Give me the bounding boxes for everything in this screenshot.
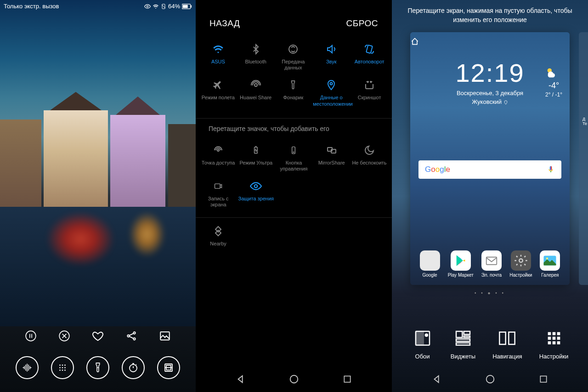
qs-tile-sound[interactable]: Звук (312, 39, 351, 74)
favorite-button[interactable] (91, 330, 104, 342)
svg-rect-70 (557, 332, 560, 335)
back-button[interactable]: НАЗАД (209, 18, 240, 28)
calculator-button[interactable] (51, 356, 74, 379)
svg-line-16 (130, 336, 134, 338)
svg-point-38 (330, 83, 333, 85)
nav-home-button[interactable] (288, 373, 300, 385)
voice-recorder-button[interactable] (16, 356, 39, 379)
qs-tile-dnd[interactable]: Не беспокоить (351, 140, 388, 176)
svg-rect-48 (215, 184, 220, 188)
option-label: Виджеты (451, 353, 475, 360)
qs-tile-huaweishare[interactable]: Huawei Share (237, 74, 275, 110)
svg-point-39 (368, 81, 368, 82)
option-settings[interactable]: Настройки (539, 327, 569, 360)
scanner-button[interactable] (157, 356, 180, 379)
wallpaper-reflection (0, 207, 196, 326)
qs-label: Не беспокоить (352, 160, 386, 166)
svg-point-55 (519, 259, 523, 262)
svg-rect-73 (557, 337, 560, 340)
svg-rect-51 (344, 376, 350, 382)
qs-tile-screenrecord[interactable]: Запись с экрана (199, 176, 237, 211)
battery-icon (182, 4, 192, 9)
svg-rect-78 (540, 376, 546, 382)
app-google-folder[interactable]: Google (420, 250, 440, 278)
app-settings[interactable]: Настройки (509, 250, 532, 278)
nav-recent-button[interactable] (537, 373, 549, 385)
lockscreen-actions-row (0, 330, 196, 342)
qs-tile-eyecomfort[interactable]: Защита зрения (237, 176, 275, 211)
battery-ultra-icon (249, 143, 263, 157)
option-transitions[interactable]: Навигация (492, 327, 522, 360)
transitions-icon (496, 327, 518, 349)
reset-button[interactable]: СБРОС (346, 18, 378, 28)
dnd-icon (362, 143, 376, 157)
pause-button[interactable] (24, 330, 37, 342)
qs-label: Фонарик (283, 95, 304, 101)
qs-label: Данные о местоположении (313, 95, 350, 107)
svg-rect-63 (464, 336, 470, 337)
mobile-data-icon (286, 42, 300, 56)
qs-tile-wifi[interactable]: ASUS (199, 39, 237, 74)
qs-label: Автоповорот (355, 59, 384, 65)
qs-tile-location[interactable]: Данные о местоположении (312, 74, 351, 110)
svg-point-45 (294, 152, 294, 153)
svg-rect-69 (552, 332, 555, 335)
qs-tile-autorotate[interactable]: Автоповорот (351, 39, 388, 74)
svg-rect-61 (456, 331, 462, 337)
svg-point-50 (290, 375, 298, 383)
svg-rect-68 (548, 332, 551, 335)
svg-point-14 (133, 338, 135, 340)
svg-point-40 (370, 81, 371, 82)
app-email[interactable]: Эл. почта (481, 250, 502, 278)
qs-tile-flashlight[interactable]: Фонарик (275, 74, 312, 110)
qs-label: Huawei Share (240, 95, 271, 101)
close-button[interactable] (58, 330, 71, 342)
qs-tile-nearby[interactable]: Nearby (199, 221, 237, 250)
flashlight-button[interactable] (86, 356, 109, 379)
option-widgets[interactable]: Виджеты (451, 327, 475, 360)
share-button[interactable] (125, 330, 138, 342)
svg-rect-65 (456, 343, 470, 345)
svg-point-49 (254, 185, 258, 188)
svg-rect-76 (557, 341, 560, 345)
homescreen-preview[interactable]: 12:19 Воскресенье, 3 декабря Жуковский -… (410, 32, 570, 285)
status-bar: Только экстр. вызов 64% (4, 3, 192, 10)
autorotate-icon (362, 42, 376, 56)
qs-tile-mirrorshare[interactable]: MirrorShare (313, 140, 351, 176)
svg-rect-71 (548, 337, 551, 340)
screen-record-icon (211, 179, 225, 193)
google-search-bar[interactable]: Google (418, 160, 561, 179)
qs-tile-bluetooth[interactable]: Bluetooth (237, 39, 275, 74)
svg-point-23 (64, 367, 66, 369)
navigation-bar (196, 366, 392, 392)
app-gallery[interactable]: Галерея (540, 250, 560, 278)
next-screen-peek[interactable] (579, 32, 588, 285)
qs-tile-hotspot[interactable]: Точка доступа (199, 140, 237, 176)
qs-tile-screenshot[interactable]: Скриншот (351, 74, 388, 110)
qs-label: Скриншот (358, 95, 381, 101)
timer-button[interactable] (122, 356, 145, 379)
voice-search-icon[interactable] (547, 165, 555, 174)
nav-back-button[interactable] (235, 373, 247, 385)
qs-tile-navkey[interactable]: Кнопка управления (275, 140, 312, 176)
qs-tile-mobiledata[interactable]: Передача данных (275, 39, 312, 74)
weather-range: 2° / -1° (545, 91, 562, 98)
svg-rect-4 (183, 5, 188, 8)
lockscreen-panel: Только экстр. вызов 64% (0, 0, 196, 392)
nav-key-icon (287, 143, 300, 157)
weather-widget[interactable]: -4° 2° / -1° (545, 66, 562, 98)
nav-home-button[interactable] (484, 373, 496, 385)
nav-back-button[interactable] (431, 373, 443, 385)
qs-tile-ultra[interactable]: Режим Ультра (237, 140, 275, 176)
nav-recent-button[interactable] (341, 373, 353, 385)
qs-tile-airplane[interactable]: Режим полета (199, 74, 237, 110)
svg-point-37 (254, 84, 257, 86)
wallpaper-picker-button[interactable] (158, 330, 171, 342)
page-indicator: • • ● • • (392, 290, 588, 295)
app-playstore[interactable]: Play Маркет (448, 250, 474, 278)
option-wallpapers[interactable]: Обои (412, 327, 434, 360)
svg-point-25 (62, 369, 63, 371)
editor-hint-text: Перетащите экран, нажимая на пустую обла… (392, 0, 588, 31)
flashlight-icon (286, 78, 300, 92)
wallpapers-icon (412, 327, 434, 349)
